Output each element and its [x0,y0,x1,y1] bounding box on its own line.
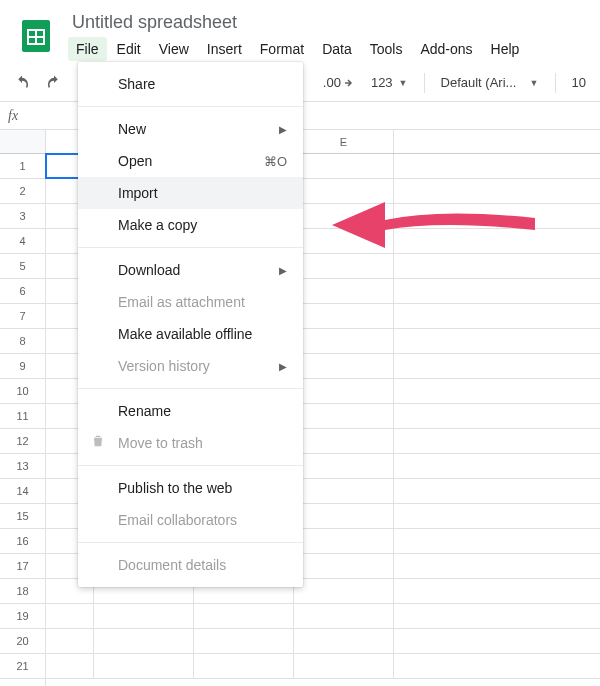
file-menu-rename[interactable]: Rename [78,395,303,427]
menu-insert[interactable]: Insert [199,37,250,61]
menu-help[interactable]: Help [483,37,528,61]
select-all-corner[interactable] [0,130,45,154]
sheets-logo[interactable] [16,16,56,56]
menu-item-label: Open [118,153,152,169]
menu-tools[interactable]: Tools [362,37,411,61]
cell[interactable] [294,154,394,178]
cell[interactable] [294,229,394,253]
menu-view[interactable]: View [151,37,197,61]
menu-data[interactable]: Data [314,37,360,61]
increase-decimal-button[interactable]: .00 [317,75,361,90]
cell[interactable] [294,479,394,503]
row-header[interactable]: 13 [0,454,45,479]
row-header[interactable]: 6 [0,279,45,304]
menu-item-label: Rename [118,403,171,419]
menu-separator [78,388,303,389]
file-menu-move-to-trash: Move to trash [78,427,303,459]
cell[interactable] [294,279,394,303]
row-header[interactable]: 14 [0,479,45,504]
cell[interactable] [94,604,194,628]
document-title[interactable]: Untitled spreadsheet [68,8,600,35]
row-header[interactable]: 4 [0,229,45,254]
cell[interactable] [194,654,294,678]
row-header[interactable]: 1 [0,154,45,179]
file-menu-publish-to-the-web[interactable]: Publish to the web [78,472,303,504]
file-menu-share[interactable]: Share [78,68,303,100]
file-menu-make-a-copy[interactable]: Make a copy [78,209,303,241]
row-header[interactable]: 3 [0,204,45,229]
cell[interactable] [294,254,394,278]
row-header[interactable]: 18 [0,579,45,604]
menu-file[interactable]: File [68,37,107,61]
menu-add-ons[interactable]: Add-ons [412,37,480,61]
menu-shortcut: ⌘O [264,154,287,169]
cell[interactable] [294,654,394,678]
row-header[interactable]: 20 [0,629,45,654]
row-header[interactable]: 11 [0,404,45,429]
font-size-input[interactable]: 10 [566,75,592,90]
row-headers: 123456789101112131415161718192021 [0,130,46,686]
cell[interactable] [294,554,394,578]
cell[interactable] [46,629,94,653]
cell[interactable] [294,179,394,203]
menu-item-label: Email as attachment [118,294,245,310]
cell[interactable] [46,604,94,628]
menu-format[interactable]: Format [252,37,312,61]
menubar: FileEditViewInsertFormatDataToolsAdd-ons… [68,37,600,61]
menu-separator [78,247,303,248]
row-header[interactable]: 19 [0,604,45,629]
row-header[interactable]: 8 [0,329,45,354]
row-header[interactable]: 5 [0,254,45,279]
column-header[interactable]: E [294,130,394,153]
trash-icon [90,433,106,453]
font-family-dropdown[interactable]: Default (Ari...▼ [435,75,545,90]
row-header[interactable]: 10 [0,379,45,404]
row-header[interactable]: 2 [0,179,45,204]
file-menu-download[interactable]: Download▶ [78,254,303,286]
undo-button[interactable] [8,69,36,97]
cell[interactable] [94,654,194,678]
row-header[interactable]: 9 [0,354,45,379]
row-header[interactable]: 17 [0,554,45,579]
file-menu-document-details: Document details [78,549,303,581]
menu-edit[interactable]: Edit [109,37,149,61]
cell[interactable] [294,579,394,603]
number-format-dropdown[interactable]: 123▼ [365,75,414,90]
cell[interactable] [294,604,394,628]
cell[interactable] [294,504,394,528]
menu-item-label: Download [118,262,180,278]
row-header[interactable]: 7 [0,304,45,329]
cell[interactable] [294,354,394,378]
menu-item-label: Import [118,185,158,201]
file-menu-open[interactable]: Open⌘O [78,145,303,177]
cell[interactable] [294,429,394,453]
row-header[interactable]: 15 [0,504,45,529]
cell[interactable] [294,304,394,328]
file-menu-dropdown: ShareNew▶Open⌘OImportMake a copyDownload… [78,62,303,587]
cell[interactable] [294,629,394,653]
menu-item-label: Move to trash [118,435,203,451]
menu-item-label: Share [118,76,155,92]
cell[interactable] [294,204,394,228]
submenu-arrow-icon: ▶ [279,124,287,135]
file-menu-import[interactable]: Import [78,177,303,209]
cell[interactable] [46,654,94,678]
cell[interactable] [194,604,294,628]
cell[interactable] [294,379,394,403]
cell[interactable] [94,629,194,653]
cell[interactable] [194,629,294,653]
submenu-arrow-icon: ▶ [279,265,287,276]
row-header[interactable]: 21 [0,654,45,679]
redo-button[interactable] [40,69,68,97]
cell[interactable] [294,404,394,428]
file-menu-email-as-attachment: Email as attachment [78,286,303,318]
cell[interactable] [294,454,394,478]
file-menu-make-available-offline[interactable]: Make available offline [78,318,303,350]
row-header[interactable]: 16 [0,529,45,554]
cell[interactable] [294,529,394,553]
file-menu-email-collaborators: Email collaborators [78,504,303,536]
cell[interactable] [294,329,394,353]
row-header[interactable]: 12 [0,429,45,454]
file-menu-new[interactable]: New▶ [78,113,303,145]
menu-separator [78,465,303,466]
